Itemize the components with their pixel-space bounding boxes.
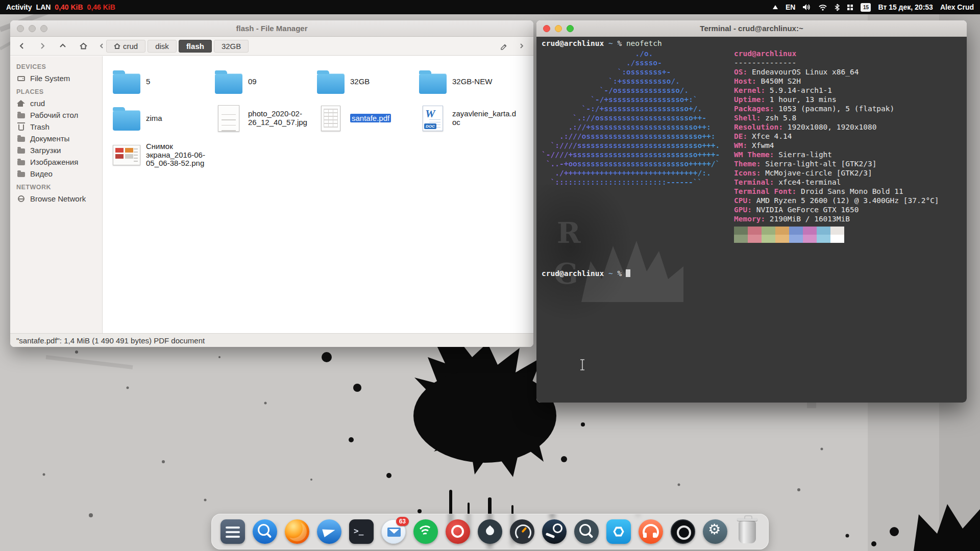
sidebar-item-file-system[interactable]: File System [10,72,102,84]
scroll-right-icon[interactable] [515,39,528,53]
up-icon[interactable] [56,39,69,53]
wolf-silhouette [581,231,683,302]
dock-firefox-icon[interactable] [283,518,311,545]
sidebar-item-documents[interactable]: Документы [10,133,102,144]
dock-headphones-icon[interactable] [637,518,665,545]
dock-settings-icon[interactable] [701,518,729,545]
scroll-left-icon[interactable] [99,43,104,49]
folder-icon [112,70,141,94]
close-button[interactable] [17,25,24,32]
fm-file-grid[interactable]: 5 09 32GB 32GB-NEW zima photo_2020-02-26… [103,56,533,333]
network-icon [16,195,26,202]
keyboard-layout-icon[interactable] [772,3,778,12]
file-manager-window: flash - File Manager crud disk [10,20,533,347]
fm-titlebar[interactable]: flash - File Manager [10,20,533,37]
terminal-cursor [626,269,630,277]
sidebar-item-desktop[interactable]: Рабочий стол [10,109,102,121]
activity-menu[interactable]: Activity [6,3,32,11]
breadcrumb-flash-active[interactable]: flash [179,40,212,53]
file-item-santafe-pdf-selected[interactable]: santafe.pdf [314,100,416,137]
file-item-folder-32gb-new[interactable]: 32GB-NEW [416,63,518,100]
neofetch-color-palette [734,227,844,243]
sidebar-section-devices: DEVICES [10,59,102,72]
sidebar-section-places: PLACES [10,84,102,97]
forward-icon[interactable] [36,39,49,53]
dock-steam-icon[interactable] [541,518,568,545]
net-upload-rate: 0,46 KiB [87,3,115,11]
wallpaper-letter: R [557,228,581,237]
home-icon[interactable] [77,39,90,53]
dock-media-red-icon[interactable] [444,518,472,545]
dock-gauge-icon[interactable] [508,518,536,545]
dock-mail-icon[interactable]: 63 [380,518,407,545]
breadcrumb-disk[interactable]: disk [148,40,177,53]
minimize-button[interactable] [29,25,36,32]
folder-icon [16,147,26,154]
grid-icon[interactable] [847,3,853,12]
sidebar-item-downloads[interactable]: Загрузки [10,144,102,156]
file-item-folder-09[interactable]: 09 [212,63,314,100]
dock-trash-icon[interactable] [733,518,761,545]
dock-water-drop-icon[interactable] [476,518,504,545]
trash-icon [16,123,26,131]
sidebar-item-browse-network[interactable]: Browse Network [10,193,102,205]
dock-browser-globe-icon[interactable] [315,518,343,545]
terminal-window-title: Terminal - crud@archlinux:~ [536,24,967,33]
dock: 63 [211,514,769,549]
sidebar-item-trash[interactable]: Trash [10,121,102,133]
dock-spotify-icon[interactable] [412,518,439,545]
sidebar-item-pictures[interactable]: Изображения [10,156,102,168]
terminal-content[interactable]: R G crud@archlinux ~ % neofetch ./o. ./s… [536,37,967,403]
status-text: "santafe.pdf": 1,4 MiB (1 490 491 bytes)… [16,336,205,345]
fm-statusbar: "santafe.pdf": 1,4 MiB (1 490 491 bytes)… [10,333,533,347]
folder-icon [418,70,448,94]
wifi-icon[interactable] [818,3,827,12]
dock-search-icon[interactable] [251,518,279,545]
back-icon[interactable] [15,39,29,53]
calendar-icon[interactable]: 15 [861,3,871,12]
file-item-zayavlenie-doc[interactable]: W DOC zayavlenie_karta.doc [416,100,518,137]
breadcrumb-32gb[interactable]: 32GB [214,40,249,53]
clock[interactable]: Вт 15 дек, 20:53 [878,3,933,11]
breadcrumb-crud[interactable]: crud [106,40,145,53]
volume-icon[interactable] [802,3,811,12]
sidebar-item-videos[interactable]: Видео [10,168,102,180]
neofetch-info: crud@archlinux -------------- OSEndeavou… [734,49,939,223]
file-item-screenshot-png[interactable]: Снимок экрана_2016-06-05_06-38-52.png [110,137,212,173]
dock-file-manager-icon[interactable] [219,518,247,545]
dock-disk-search-icon[interactable] [573,518,600,545]
minimize-button[interactable] [555,25,562,32]
sidebar-item-crud[interactable]: crud [10,97,102,109]
language-indicator[interactable]: EN [786,3,795,11]
folder-icon [214,70,243,94]
bluetooth-icon[interactable] [835,3,840,12]
dock-terminal-icon[interactable] [348,518,375,545]
neofetch-separator: -------------- [734,58,939,67]
menu-bar: Activity LAN 0,40 KiB 0,46 KiB EN 15 Вт … [0,0,980,14]
lan-label[interactable]: LAN [36,3,51,11]
close-button[interactable] [543,25,550,32]
maximize-button[interactable] [40,25,47,32]
edit-path-icon[interactable] [497,39,510,53]
folder-icon [16,159,26,165]
selected-file-label: santafe.pdf [350,114,391,122]
terminal-command-line: crud@archlinux ~ % neofetch [542,39,662,48]
file-item-folder-32gb[interactable]: 32GB [314,63,416,100]
mail-unread-badge: 63 [396,517,409,526]
user-menu[interactable]: Alex Crud [940,3,974,11]
doc-file-icon: W DOC [418,106,448,131]
maximize-button[interactable] [567,25,574,32]
doc-letter: W [425,107,435,120]
file-item-photo-jpg[interactable]: photo_2020-02-26_12_40_57.jpg [212,100,314,137]
file-item-folder-zima[interactable]: zima [110,100,212,137]
dock-camera-lens-icon[interactable] [669,518,697,545]
home-icon [16,101,26,107]
terminal-prompt[interactable]: crud@archlinux ~ % [542,269,630,278]
doc-badge: DOC [424,123,436,129]
dock-hexagon-app-icon[interactable] [605,518,632,545]
neofetch-ascii-logo: ./o. ./sssso- `:osssssss+- `:+ssssssssss… [542,49,720,187]
mouse-ibeam-cursor [579,359,585,370]
net-download-rate: 0,40 KiB [55,3,83,11]
terminal-titlebar[interactable]: Terminal - crud@archlinux:~ [536,20,967,37]
file-item-folder-5[interactable]: 5 [110,63,212,100]
